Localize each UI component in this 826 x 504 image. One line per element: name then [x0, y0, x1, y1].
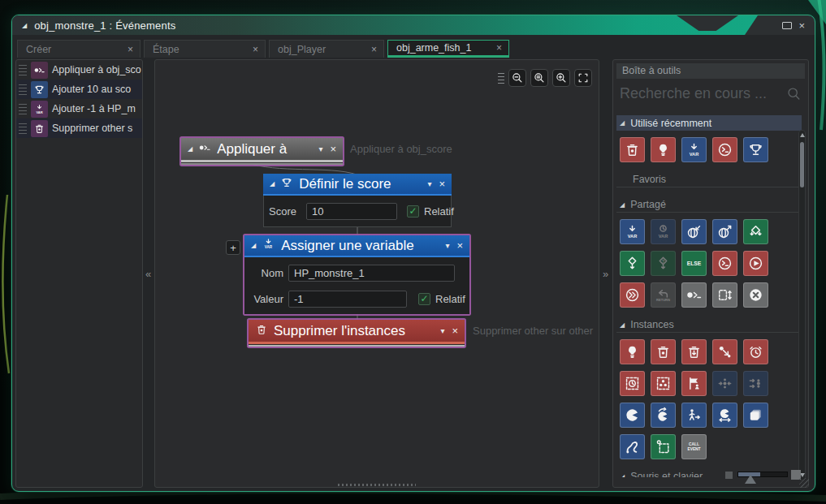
play-icon[interactable]	[743, 251, 768, 276]
window-resize-grip[interactable]	[799, 478, 809, 488]
block-dropdown-icon[interactable]: ▾	[427, 179, 431, 188]
slider-thumb[interactable]	[745, 475, 756, 484]
trophy-icon[interactable]	[743, 137, 768, 162]
canvas-resize-handle[interactable]	[338, 484, 416, 486]
tab-close-icon[interactable]: ×	[253, 44, 258, 55]
collapse-left-button[interactable]: «	[143, 59, 154, 488]
section-header-partag-[interactable]: ◢Partagé	[616, 197, 802, 213]
block-close-icon[interactable]: ×	[330, 143, 336, 155]
branch-icon[interactable]	[743, 219, 768, 244]
dots-out-icon[interactable]	[743, 371, 768, 396]
terminal-icon[interactable]	[712, 137, 737, 162]
block-dropdown-icon[interactable]: ▾	[440, 326, 444, 335]
drag-handle-icon[interactable]	[19, 104, 27, 114]
tab-obj-player[interactable]: obj_Player×	[269, 40, 384, 58]
score-input[interactable]	[306, 203, 397, 220]
pacman-arrows-icon[interactable]	[712, 403, 737, 428]
action-canvas[interactable]: ◢ Appliquer à ▾ × Appliquer à obj_score …	[154, 59, 599, 488]
curve-path-icon[interactable]	[620, 434, 645, 459]
return-icon[interactable]: RETURN	[651, 282, 676, 308]
maximize-button[interactable]	[782, 22, 792, 29]
block-close-icon[interactable]: ×	[439, 178, 445, 190]
jump-icon[interactable]	[712, 339, 737, 364]
pacman-icon[interactable]	[620, 403, 645, 428]
var-down-icon[interactable]: VAR	[620, 219, 645, 244]
collapse-right-button[interactable]: »	[599, 59, 612, 488]
branch-down-icon[interactable]	[620, 251, 645, 276]
trash-icon[interactable]	[651, 339, 676, 364]
action-block-destroy-instance[interactable]: Supprimer l'instances ▾ ×	[249, 320, 465, 347]
block-collapse-icon[interactable]: ◢	[188, 145, 192, 153]
transform-icon[interactable]	[712, 282, 737, 308]
toolbox-scrollbar[interactable]	[798, 130, 806, 480]
variable-value-input[interactable]	[288, 291, 407, 308]
trash-icon[interactable]	[620, 137, 645, 162]
drag-handle-icon[interactable]	[19, 123, 27, 134]
dots-in-icon[interactable]	[712, 371, 737, 396]
call-event-icon[interactable]: CALLEVENT	[681, 434, 707, 459]
zoom-out-button[interactable]	[508, 69, 526, 87]
box-circle-icon[interactable]	[651, 434, 676, 459]
block-close-icon[interactable]: ×	[452, 325, 458, 337]
alarm-icon[interactable]	[743, 339, 768, 364]
tab-close-icon[interactable]: ×	[371, 44, 377, 55]
relative-checkbox[interactable]: ✓	[407, 205, 419, 218]
apply-icon[interactable]	[681, 282, 707, 308]
window-collapse-icon[interactable]: ◢	[22, 22, 27, 29]
trash-down-icon[interactable]	[681, 339, 707, 364]
event-list-item[interactable]: Appliquer à obj_sco	[16, 60, 142, 80]
layers-icon[interactable]	[743, 403, 768, 428]
event-list-item[interactable]: Ajouter 10 au sco	[16, 80, 142, 99]
tab-cr-er[interactable]: Créer×	[17, 40, 141, 58]
tab-close-icon[interactable]: ×	[496, 42, 502, 54]
svg-text:RETURN: RETURN	[656, 298, 670, 302]
bulb-icon[interactable]	[651, 137, 676, 162]
zoom-in-button[interactable]	[552, 69, 570, 87]
search-input[interactable]	[616, 82, 805, 105]
bulb-icon[interactable]	[620, 339, 645, 364]
ffwd-icon[interactable]	[620, 282, 645, 308]
person-arrows-icon[interactable]	[681, 403, 707, 428]
block-dropdown-icon[interactable]: ▾	[318, 144, 322, 153]
else-icon[interactable]: ELSE	[681, 251, 707, 276]
branch-q-icon[interactable]: ?	[651, 251, 676, 276]
tab-close-icon[interactable]: ×	[128, 44, 133, 55]
add-action-button[interactable]: +	[226, 240, 240, 255]
block-title: Assigner une variable	[281, 238, 439, 254]
tab-obj-arme-fish-1[interactable]: obj_arme_fish_1×	[387, 40, 509, 58]
toolbar-drag-handle[interactable]	[498, 73, 504, 84]
block-collapse-icon[interactable]: ◢	[270, 180, 275, 187]
section-header-utilis-r-cemment[interactable]: ◢Utilisé récemment	[616, 115, 802, 131]
action-block-apply-to[interactable]: ◢ Appliquer à ▾ ×	[181, 138, 343, 165]
event-list-item[interactable]: Supprimer other s	[16, 118, 142, 138]
scrollbar-thumb[interactable]	[800, 142, 804, 187]
var-down-icon[interactable]: VAR	[681, 137, 707, 162]
x-circle-icon[interactable]	[743, 282, 768, 308]
drag-handle-icon[interactable]	[19, 84, 27, 95]
fit-view-button[interactable]	[574, 69, 592, 87]
zoom-reset-button[interactable]	[530, 69, 548, 87]
tab--tape[interactable]: Étape×	[144, 40, 266, 58]
collapsed-content-lines	[181, 160, 343, 165]
window-titlebar[interactable]: ◢ obj_monstre_1 : Événements ×	[12, 15, 815, 35]
globe-out-icon[interactable]	[712, 219, 737, 244]
drag-handle-icon[interactable]	[19, 65, 27, 75]
var-clock-icon[interactable]: VAR	[651, 219, 676, 244]
flag-person-icon[interactable]	[681, 371, 707, 396]
close-button[interactable]: ×	[798, 20, 805, 31]
action-block-set-score[interactable]: ◢ Définir le score ▾ × Score ✓ Relatif	[263, 174, 452, 227]
block-dropdown-icon[interactable]: ▾	[445, 241, 449, 250]
terminal-icon[interactable]	[712, 251, 737, 276]
block-close-icon[interactable]: ×	[456, 239, 463, 252]
event-list-item[interactable]: VARAjouter -1 à HP_m	[16, 99, 142, 118]
section-header-favoris[interactable]: Favoris	[616, 172, 802, 187]
block-collapse-icon[interactable]: ◢	[251, 242, 256, 249]
section-header-instances[interactable]: ◢Instances	[616, 317, 802, 333]
action-block-assign-variable[interactable]: ◢ VAR Assigner une variable ▾ × Nom Vale…	[244, 235, 469, 314]
variable-name-input[interactable]	[288, 265, 455, 282]
clock-box-icon[interactable]	[620, 371, 645, 396]
globe-in-icon[interactable]	[681, 219, 707, 244]
pacman-rotate-icon[interactable]	[651, 403, 676, 428]
dots-box-icon[interactable]	[651, 371, 676, 396]
relative-checkbox[interactable]: ✓	[418, 293, 430, 305]
